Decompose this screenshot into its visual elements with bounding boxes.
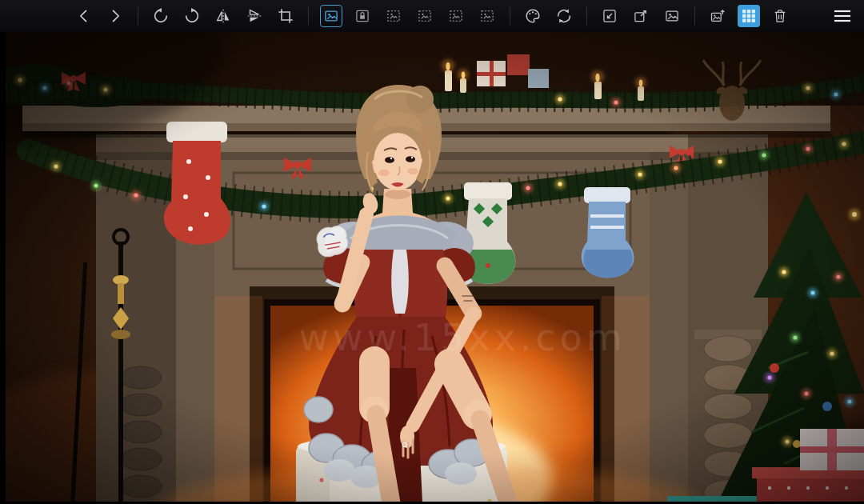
- sync-button[interactable]: [553, 5, 575, 27]
- enlarge-button[interactable]: [630, 5, 652, 27]
- image-viewer-window: www.15xx.com: [0, 0, 864, 504]
- toolbar: [0, 0, 864, 32]
- image-dashed-icon: [448, 8, 464, 24]
- flip-vertical-icon: [246, 7, 263, 25]
- image-selected-icon: [323, 8, 339, 24]
- previous-button[interactable]: [73, 5, 95, 27]
- chevron-left-icon: [76, 8, 92, 24]
- image-frame-locked-button[interactable]: [351, 5, 374, 27]
- image-dashed-icon: [479, 8, 495, 24]
- sync-icon: [555, 7, 573, 25]
- image-export-icon: [710, 8, 726, 24]
- trash-icon: [772, 8, 788, 24]
- rotate-left-button[interactable]: [150, 5, 172, 27]
- toolbar-separator: [510, 6, 510, 26]
- resize-smaller-icon: [602, 8, 618, 24]
- image-frame-dashed-1-button[interactable]: [382, 5, 405, 27]
- next-button[interactable]: [104, 5, 126, 27]
- rotate-cw-icon: [183, 7, 201, 25]
- image-frame-dashed-2-button[interactable]: [414, 5, 436, 27]
- rotate-right-button[interactable]: [181, 5, 203, 27]
- shrink-button[interactable]: [598, 5, 621, 27]
- picture-icon: [664, 8, 680, 24]
- export-image-button[interactable]: [706, 5, 729, 27]
- lock-icon: [354, 8, 370, 24]
- resize-larger-icon: [633, 8, 649, 24]
- photo-viewport[interactable]: www.15xx.com: [0, 32, 864, 504]
- photo-christmas-scene: www.15xx.com: [0, 32, 864, 504]
- flip-vertical-button[interactable]: [243, 5, 266, 27]
- grid-icon: [742, 9, 756, 23]
- palette-icon: [524, 7, 542, 25]
- toolbar-button-group: [73, 5, 791, 27]
- letterbox-left: [0, 32, 6, 504]
- flip-horizontal-button[interactable]: [212, 5, 234, 27]
- palette-button[interactable]: [522, 5, 544, 27]
- toolbar-separator: [138, 6, 138, 26]
- toolbar-separator: [586, 6, 587, 26]
- picture-button[interactable]: [661, 5, 683, 27]
- image-frame-dashed-4-button[interactable]: [476, 5, 498, 27]
- hamburger-menu-icon: [833, 8, 852, 24]
- image-dashed-icon: [417, 8, 433, 24]
- image-frame-selected-button[interactable]: [320, 5, 342, 27]
- menu-button[interactable]: [830, 6, 854, 26]
- flip-horizontal-icon: [214, 7, 232, 25]
- crop-icon: [277, 7, 294, 25]
- image-dashed-icon: [386, 8, 402, 24]
- chevron-right-icon: [107, 8, 123, 24]
- delete-button[interactable]: [769, 5, 791, 27]
- image-frame-dashed-3-button[interactable]: [445, 5, 467, 27]
- toolbar-separator: [694, 6, 695, 26]
- rotate-ccw-icon: [152, 7, 170, 25]
- toolbar-separator: [308, 6, 309, 26]
- crop-button[interactable]: [274, 5, 297, 27]
- grid-view-button[interactable]: [738, 5, 760, 27]
